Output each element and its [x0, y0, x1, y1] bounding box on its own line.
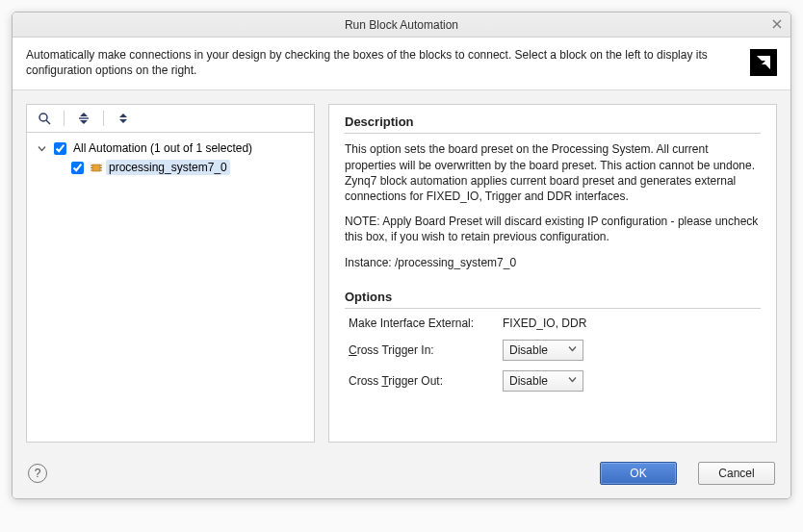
cancel-button[interactable]: Cancel: [698, 462, 775, 485]
chevron-down-icon: [568, 375, 577, 386]
ok-button[interactable]: OK: [600, 462, 677, 485]
options-section: Options Make Interface External: FIXED_I…: [345, 290, 761, 401]
svg-point-0: [39, 114, 47, 121]
value-make-external: FIXED_IO, DDR: [503, 317, 586, 330]
collapse-all-icon[interactable]: [76, 111, 91, 126]
dialog-window: Run Block Automation Automatically make …: [12, 12, 791, 499]
chevron-down-icon: [568, 344, 577, 355]
description-heading: Description: [345, 114, 761, 134]
tree-item-row[interactable]: processing_system7_0: [35, 158, 306, 177]
chevron-down-icon[interactable]: [37, 144, 46, 153]
search-icon[interactable]: [37, 111, 52, 126]
tree-toolbar: [27, 105, 314, 133]
dialog-footer: ? OK Cancel: [13, 456, 790, 498]
row-cross-trigger-in: Cross Trigger In: Disable: [349, 340, 761, 361]
options-form: Make Interface External: FIXED_IO, DDR C…: [345, 317, 761, 392]
dialog-body: All Automation (1 out of 1 selected) pro…: [13, 90, 790, 456]
select-value: Disable: [509, 374, 548, 388]
dialog-header: Automatically make connections in your d…: [13, 38, 790, 90]
ip-block-icon: [91, 163, 102, 173]
description-body: This option sets the board preset on the…: [345, 141, 761, 279]
root-checkbox[interactable]: [54, 142, 66, 155]
tree-root-label: All Automation (1 out of 1 selected): [73, 141, 252, 155]
toolbar-separator: [64, 111, 65, 126]
description-para2: NOTE: Apply Board Preset will discard ex…: [345, 214, 761, 244]
item-checkbox[interactable]: [71, 162, 84, 174]
svg-rect-3: [92, 165, 100, 171]
select-cross-trigger-out[interactable]: Disable: [503, 370, 583, 392]
tree-panel: All Automation (1 out of 1 selected) pro…: [26, 104, 315, 443]
automation-tree: All Automation (1 out of 1 selected) pro…: [27, 133, 314, 442]
row-make-external: Make Interface External: FIXED_IO, DDR: [349, 317, 761, 330]
svg-line-1: [46, 120, 50, 124]
svg-rect-2: [79, 118, 89, 119]
tree-root-row[interactable]: All Automation (1 out of 1 selected): [35, 139, 306, 158]
label-make-external: Make Interface External:: [349, 317, 503, 330]
select-cross-trigger-in[interactable]: Disable: [503, 340, 583, 361]
description-para1: This option sets the board preset on the…: [345, 141, 761, 204]
expand-all-icon[interactable]: [116, 111, 131, 126]
toolbar-separator: [103, 111, 104, 126]
intro-text: Automatically make connections in your d…: [26, 47, 750, 78]
options-heading: Options: [345, 290, 761, 309]
help-icon[interactable]: ?: [28, 464, 47, 483]
description-instance: Instance: /processing_system7_0: [345, 255, 761, 270]
titlebar: Run Block Automation: [13, 13, 790, 38]
close-icon[interactable]: [769, 16, 785, 32]
label-cross-trigger-in: Cross Trigger In:: [349, 343, 503, 357]
select-value: Disable: [509, 343, 548, 357]
window-title: Run Block Automation: [345, 18, 458, 32]
row-cross-trigger-out: Cross Trigger Out: Disable: [349, 370, 761, 392]
label-cross-trigger-out: Cross Trigger Out:: [349, 374, 503, 388]
config-panel: Description This option sets the board p…: [328, 104, 777, 443]
tree-item-label: processing_system7_0: [106, 160, 230, 175]
amd-logo: [750, 49, 777, 76]
